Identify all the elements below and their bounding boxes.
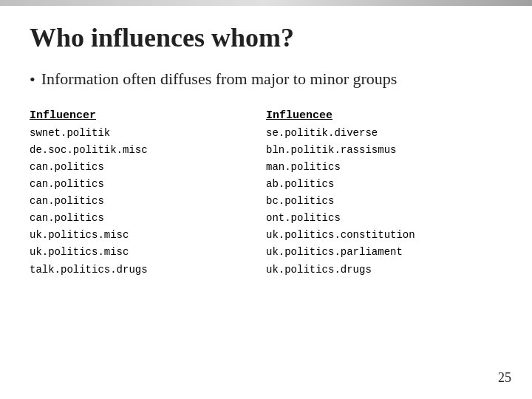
list-item: can.politics	[30, 210, 266, 227]
list-item: can.politics	[30, 193, 266, 210]
list-item: bln.politik.rassismus	[266, 142, 502, 159]
list-item: bc.politics	[266, 193, 502, 210]
list-item: uk.politics.misc	[30, 227, 266, 244]
influencer-header: Influencer	[30, 109, 266, 122]
slide: Who influences whom? • Information often…	[0, 0, 532, 399]
bullet-section: • Information often diffuses from major …	[30, 68, 502, 92]
data-table: Influencer swnet.politik de.soc.politik.…	[30, 109, 502, 279]
list-item: swnet.politik	[30, 125, 266, 142]
list-item: uk.politics.constitution	[266, 227, 502, 244]
list-item: can.politics	[30, 159, 266, 176]
list-item: ab.politics	[266, 176, 502, 193]
page-number: 25	[498, 370, 511, 386]
influencee-column: Influencee se.politik.diverse bln.politi…	[266, 109, 502, 279]
list-item: man.politics	[266, 159, 502, 176]
slide-title: Who influences whom?	[30, 22, 502, 53]
list-item: can.politics	[30, 176, 266, 193]
list-item: talk.politics.drugs	[30, 262, 266, 279]
bullet-text: Information often diffuses from major to…	[41, 68, 398, 91]
list-item: de.soc.politik.misc	[30, 142, 266, 159]
list-item: uk.politics.drugs	[266, 262, 502, 279]
influencee-header: Influencee	[266, 109, 502, 122]
list-item: se.politik.diverse	[266, 125, 502, 142]
top-bar	[0, 0, 532, 6]
list-item: uk.politics.misc	[30, 244, 266, 261]
bullet-item: • Information often diffuses from major …	[30, 68, 502, 92]
list-item: uk.politics.parliament	[266, 244, 502, 261]
influencer-column: Influencer swnet.politik de.soc.politik.…	[30, 109, 266, 279]
bullet-dot: •	[30, 69, 35, 92]
list-item: ont.politics	[266, 210, 502, 227]
